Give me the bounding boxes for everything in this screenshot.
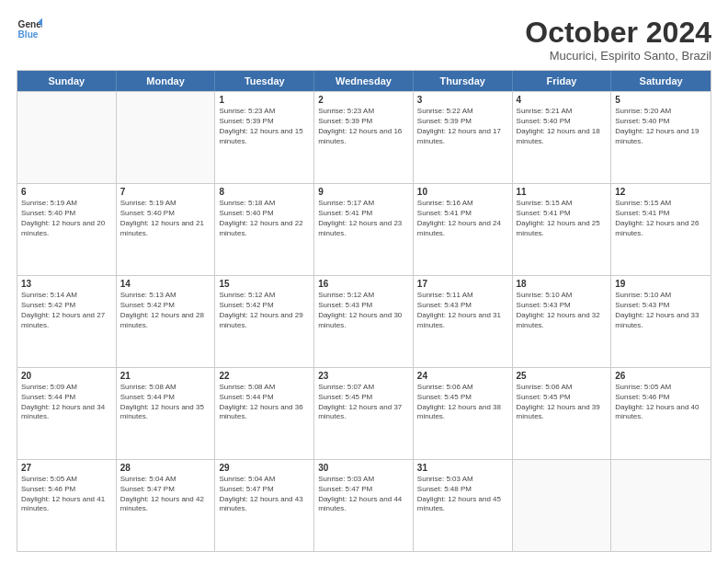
calendar-cell: 30Sunrise: 5:03 AM Sunset: 5:47 PM Dayli… [314,460,414,551]
day-info: Sunrise: 5:11 AM Sunset: 5:43 PM Dayligh… [417,291,508,330]
day-info: Sunrise: 5:14 AM Sunset: 5:42 PM Dayligh… [21,291,112,330]
day-number: 25 [517,371,608,381]
calendar-cell: 17Sunrise: 5:11 AM Sunset: 5:43 PM Dayli… [414,276,513,367]
calendar-cell: 22Sunrise: 5:08 AM Sunset: 5:44 PM Dayli… [215,368,314,459]
calendar-cell: 13Sunrise: 5:14 AM Sunset: 5:42 PM Dayli… [17,276,117,367]
calendar-week-5: 27Sunrise: 5:05 AM Sunset: 5:46 PM Dayli… [17,459,711,551]
day-number: 23 [318,371,409,381]
page: General Blue October 2024 Mucurici, Espi… [0,0,728,563]
day-info: Sunrise: 5:19 AM Sunset: 5:40 PM Dayligh… [120,199,211,238]
calendar-week-1: 1Sunrise: 5:23 AM Sunset: 5:39 PM Daylig… [17,91,711,183]
calendar-cell: 6Sunrise: 5:19 AM Sunset: 5:40 PM Daylig… [17,184,117,275]
day-number: 15 [219,279,310,289]
header-day-wednesday: Wednesday [314,71,414,91]
calendar-cell: 3Sunrise: 5:22 AM Sunset: 5:39 PM Daylig… [414,92,513,183]
day-info: Sunrise: 5:03 AM Sunset: 5:48 PM Dayligh… [417,475,508,514]
calendar-cell: 16Sunrise: 5:12 AM Sunset: 5:43 PM Dayli… [314,276,414,367]
calendar-week-2: 6Sunrise: 5:19 AM Sunset: 5:40 PM Daylig… [17,183,711,275]
day-info: Sunrise: 5:06 AM Sunset: 5:45 PM Dayligh… [417,383,508,422]
day-number: 8 [219,187,310,197]
calendar-cell [513,460,612,551]
calendar-cell: 7Sunrise: 5:19 AM Sunset: 5:40 PM Daylig… [117,184,216,275]
day-number: 30 [318,463,409,473]
day-info: Sunrise: 5:09 AM Sunset: 5:44 PM Dayligh… [21,383,112,422]
calendar-cell: 27Sunrise: 5:05 AM Sunset: 5:46 PM Dayli… [17,460,117,551]
day-number: 19 [615,279,707,289]
header-day-monday: Monday [117,71,216,91]
day-info: Sunrise: 5:08 AM Sunset: 5:44 PM Dayligh… [120,383,211,422]
header-day-sunday: Sunday [17,71,117,91]
day-info: Sunrise: 5:10 AM Sunset: 5:43 PM Dayligh… [615,291,707,330]
calendar-cell: 23Sunrise: 5:07 AM Sunset: 5:45 PM Dayli… [314,368,414,459]
day-number: 10 [417,187,508,197]
day-info: Sunrise: 5:10 AM Sunset: 5:43 PM Dayligh… [517,291,608,330]
calendar-cell: 10Sunrise: 5:16 AM Sunset: 5:41 PM Dayli… [414,184,513,275]
calendar-cell: 28Sunrise: 5:04 AM Sunset: 5:47 PM Dayli… [117,460,216,551]
header-day-friday: Friday [513,71,612,91]
title-block: October 2024 Mucurici, Espirito Santo, B… [525,17,711,63]
day-info: Sunrise: 5:03 AM Sunset: 5:47 PM Dayligh… [318,475,409,514]
header-day-thursday: Thursday [414,71,513,91]
calendar-cell: 29Sunrise: 5:04 AM Sunset: 5:47 PM Dayli… [215,460,314,551]
header-day-saturday: Saturday [611,71,711,91]
calendar-cell: 9Sunrise: 5:17 AM Sunset: 5:41 PM Daylig… [314,184,414,275]
day-number: 18 [517,279,608,289]
day-info: Sunrise: 5:04 AM Sunset: 5:47 PM Dayligh… [219,475,310,514]
day-number: 22 [219,371,310,381]
day-info: Sunrise: 5:05 AM Sunset: 5:46 PM Dayligh… [615,383,707,422]
day-number: 4 [517,95,608,105]
day-info: Sunrise: 5:21 AM Sunset: 5:40 PM Dayligh… [517,107,608,146]
calendar-cell [17,92,117,183]
day-info: Sunrise: 5:18 AM Sunset: 5:40 PM Dayligh… [219,199,310,238]
calendar-cell: 8Sunrise: 5:18 AM Sunset: 5:40 PM Daylig… [215,184,314,275]
month-title: October 2024 [525,17,711,49]
calendar-body: 1Sunrise: 5:23 AM Sunset: 5:39 PM Daylig… [17,91,711,551]
calendar-cell: 20Sunrise: 5:09 AM Sunset: 5:44 PM Dayli… [17,368,117,459]
calendar-cell [117,92,216,183]
day-number: 27 [21,463,112,473]
day-number: 6 [21,187,112,197]
day-number: 12 [615,187,707,197]
day-info: Sunrise: 5:17 AM Sunset: 5:41 PM Dayligh… [318,199,409,238]
subtitle: Mucurici, Espirito Santo, Brazil [525,49,711,63]
day-number: 1 [219,95,310,105]
header-day-tuesday: Tuesday [215,71,314,91]
calendar-week-3: 13Sunrise: 5:14 AM Sunset: 5:42 PM Dayli… [17,275,711,367]
day-number: 24 [417,371,508,381]
day-info: Sunrise: 5:06 AM Sunset: 5:45 PM Dayligh… [517,383,608,422]
calendar-cell: 11Sunrise: 5:15 AM Sunset: 5:41 PM Dayli… [513,184,612,275]
day-info: Sunrise: 5:07 AM Sunset: 5:45 PM Dayligh… [318,383,409,422]
day-info: Sunrise: 5:15 AM Sunset: 5:41 PM Dayligh… [517,199,608,238]
calendar-cell: 5Sunrise: 5:20 AM Sunset: 5:40 PM Daylig… [611,92,711,183]
calendar-header: SundayMondayTuesdayWednesdayThursdayFrid… [17,71,711,91]
calendar-cell [611,460,711,551]
calendar-cell: 4Sunrise: 5:21 AM Sunset: 5:40 PM Daylig… [513,92,612,183]
day-info: Sunrise: 5:23 AM Sunset: 5:39 PM Dayligh… [318,107,409,146]
day-number: 16 [318,279,409,289]
day-info: Sunrise: 5:16 AM Sunset: 5:41 PM Dayligh… [417,199,508,238]
day-number: 21 [120,371,211,381]
day-info: Sunrise: 5:12 AM Sunset: 5:43 PM Dayligh… [318,291,409,330]
calendar-cell: 31Sunrise: 5:03 AM Sunset: 5:48 PM Dayli… [414,460,513,551]
calendar-cell: 21Sunrise: 5:08 AM Sunset: 5:44 PM Dayli… [117,368,216,459]
calendar: SundayMondayTuesdayWednesdayThursdayFrid… [17,70,711,552]
day-info: Sunrise: 5:19 AM Sunset: 5:40 PM Dayligh… [21,199,112,238]
day-info: Sunrise: 5:04 AM Sunset: 5:47 PM Dayligh… [120,475,211,514]
calendar-week-4: 20Sunrise: 5:09 AM Sunset: 5:44 PM Dayli… [17,367,711,459]
day-info: Sunrise: 5:20 AM Sunset: 5:40 PM Dayligh… [615,107,707,146]
day-number: 29 [219,463,310,473]
calendar-cell: 25Sunrise: 5:06 AM Sunset: 5:45 PM Dayli… [513,368,612,459]
calendar-cell: 1Sunrise: 5:23 AM Sunset: 5:39 PM Daylig… [215,92,314,183]
calendar-cell: 19Sunrise: 5:10 AM Sunset: 5:43 PM Dayli… [611,276,711,367]
day-info: Sunrise: 5:15 AM Sunset: 5:41 PM Dayligh… [615,199,707,238]
day-number: 13 [21,279,112,289]
calendar-cell: 12Sunrise: 5:15 AM Sunset: 5:41 PM Dayli… [611,184,711,275]
day-info: Sunrise: 5:05 AM Sunset: 5:46 PM Dayligh… [21,475,112,514]
logo-icon: General Blue [17,17,42,42]
svg-text:Blue: Blue [18,29,39,40]
calendar-cell: 24Sunrise: 5:06 AM Sunset: 5:45 PM Dayli… [414,368,513,459]
calendar-cell: 15Sunrise: 5:12 AM Sunset: 5:42 PM Dayli… [215,276,314,367]
day-number: 14 [120,279,211,289]
calendar-cell: 14Sunrise: 5:13 AM Sunset: 5:42 PM Dayli… [117,276,216,367]
day-number: 20 [21,371,112,381]
